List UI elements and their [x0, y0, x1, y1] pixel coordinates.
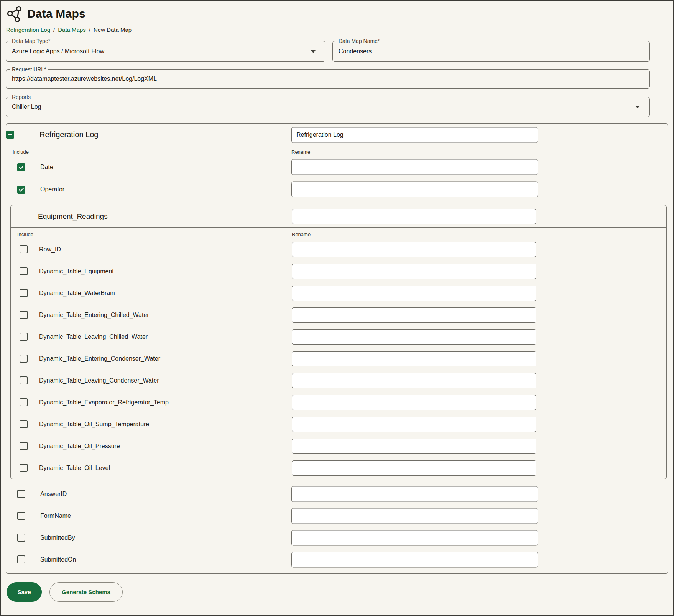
field-row: AnswerID [6, 483, 668, 505]
include-column-label: Include [17, 232, 33, 237]
include-checkbox[interactable] [20, 420, 28, 428]
include-checkbox[interactable] [20, 442, 28, 450]
field-label: AnswerID [40, 491, 67, 498]
data-map-name-value: Condensers [339, 48, 372, 55]
rename-input[interactable] [292, 439, 536, 454]
rename-input[interactable] [292, 373, 536, 388]
rename-input[interactable] [292, 395, 536, 410]
form-row-top: Data Map Type* Azure Logic Apps / Micros… [6, 41, 650, 62]
field-row: Operator [6, 178, 668, 200]
page-title: Data Maps [27, 7, 85, 20]
column-labels: Include Rename [6, 146, 668, 156]
field-row: Dynamic_Table_Oil_Sump_Temperature [11, 413, 666, 435]
data-map-name-field[interactable]: Data Map Name* Condensers [332, 41, 650, 62]
breadcrumb-separator: / [53, 26, 55, 33]
save-button[interactable]: Save [7, 582, 42, 602]
breadcrumb-separator: / [89, 26, 90, 33]
generate-schema-button[interactable]: Generate Schema [49, 582, 123, 602]
rename-input[interactable] [291, 552, 538, 567]
rename-column-label: Rename [291, 149, 310, 155]
include-checkbox[interactable] [20, 398, 28, 406]
rename-input[interactable] [292, 351, 536, 366]
equipment-readings-title: Equipment_Readings [38, 212, 108, 221]
include-column-label: Include [13, 149, 29, 155]
field-row: Row_ID [11, 238, 666, 260]
chevron-down-icon[interactable] [311, 50, 316, 53]
field-label: Dynamic_Table_Leaving_Condenser_Water [39, 377, 159, 384]
equipment-readings-header: Equipment_Readings [11, 205, 666, 228]
include-checkbox[interactable] [17, 555, 25, 563]
include-checkbox[interactable] [20, 311, 28, 319]
column-labels: Include Rename [11, 228, 666, 238]
field-label: Dynamic_Table_WaterBrain [39, 290, 115, 297]
breadcrumb-link-data-maps[interactable]: Data Maps [58, 26, 86, 33]
rename-input[interactable] [291, 530, 538, 545]
chevron-down-icon[interactable] [635, 106, 640, 108]
include-checkbox[interactable] [20, 464, 28, 472]
rename-input[interactable] [292, 286, 536, 301]
field-row: Dynamic_Table_Equipment [11, 260, 666, 282]
refrigeration-log-title: Refrigeration Log [39, 130, 98, 139]
field-label: Dynamic_Table_Oil_Level [39, 465, 110, 471]
equipment-readings-rename-input[interactable] [292, 209, 536, 224]
rename-input[interactable] [291, 486, 538, 502]
include-checkbox[interactable] [20, 333, 28, 341]
rename-input[interactable] [291, 182, 538, 197]
include-checkbox[interactable] [17, 534, 25, 542]
root-field-list: Date Operator [6, 156, 668, 200]
field-label: Row_ID [39, 246, 61, 253]
field-label: Date [40, 164, 53, 171]
data-map-name-label: Data Map Name* [337, 38, 381, 44]
rename-input[interactable] [292, 242, 536, 257]
field-label: Dynamic_Table_Entering_Condenser_Water [39, 355, 160, 362]
include-checkbox[interactable] [20, 355, 28, 363]
request-url-label: Request URL* [10, 66, 48, 72]
breadcrumb-current: New Data Map [94, 26, 132, 33]
include-checkbox[interactable] [17, 490, 25, 498]
reports-label: Reports [10, 94, 33, 100]
include-checkbox[interactable] [20, 245, 28, 253]
field-row: FormName [6, 505, 668, 527]
data-map-type-value: Azure Logic Apps / Microsoft Flow [12, 48, 104, 55]
include-checkbox[interactable] [17, 163, 25, 171]
field-label: FormName [40, 513, 71, 519]
field-row: Dynamic_Table_WaterBrain [11, 282, 666, 304]
rename-input[interactable] [292, 460, 536, 476]
rename-input[interactable] [292, 307, 536, 323]
include-checkbox[interactable] [20, 376, 28, 384]
rename-column-label: Rename [292, 232, 311, 237]
field-row: Dynamic_Table_Leaving_Chilled_Water [11, 326, 666, 348]
metadata-field-list: AnswerID FormName SubmittedBy SubmittedO… [6, 483, 668, 573]
include-checkbox[interactable] [17, 512, 25, 520]
include-all-checkbox[interactable] [6, 131, 14, 139]
rename-input[interactable] [292, 264, 536, 279]
rename-input[interactable] [291, 159, 538, 175]
field-row: SubmittedBy [6, 527, 668, 549]
field-row: Dynamic_Table_Leaving_Condenser_Water [11, 370, 666, 391]
data-map-type-label: Data Map Type* [10, 38, 52, 44]
field-label: Dynamic_Table_Evaporator_Refrigerator_Te… [39, 399, 169, 406]
field-row: Date [6, 156, 668, 178]
refrigeration-log-panel: Refrigeration Log Include Rename Date Op… [6, 123, 668, 574]
breadcrumb-link-refrigeration-log[interactable]: Refrigeration Log [6, 26, 50, 33]
rename-input[interactable] [291, 508, 538, 524]
field-label: SubmittedBy [40, 534, 75, 541]
reports-value: Chiller Log [12, 103, 41, 110]
include-checkbox[interactable] [20, 289, 28, 297]
field-row: SubmittedOn [6, 549, 668, 570]
data-map-type-select[interactable]: Data Map Type* Azure Logic Apps / Micros… [6, 41, 325, 62]
refrigeration-log-header: Refrigeration Log [6, 124, 668, 146]
include-checkbox[interactable] [20, 267, 28, 275]
field-label: Dynamic_Table_Oil_Pressure [39, 443, 120, 450]
reports-select[interactable]: Reports Chiller Log [6, 97, 650, 117]
field-label: Dynamic_Table_Equipment [39, 268, 114, 275]
rename-input[interactable] [292, 417, 536, 432]
data-maps-icon [7, 5, 23, 23]
request-url-field[interactable]: Request URL* https://datamaptester.azure… [6, 69, 650, 89]
rename-input[interactable] [292, 329, 536, 345]
field-label: Dynamic_Table_Oil_Sump_Temperature [39, 421, 149, 428]
field-label: SubmittedOn [40, 556, 76, 563]
field-label: Dynamic_Table_Entering_Chilled_Water [39, 312, 149, 319]
include-checkbox[interactable] [17, 186, 25, 194]
refrigeration-log-rename-input[interactable] [291, 127, 538, 143]
